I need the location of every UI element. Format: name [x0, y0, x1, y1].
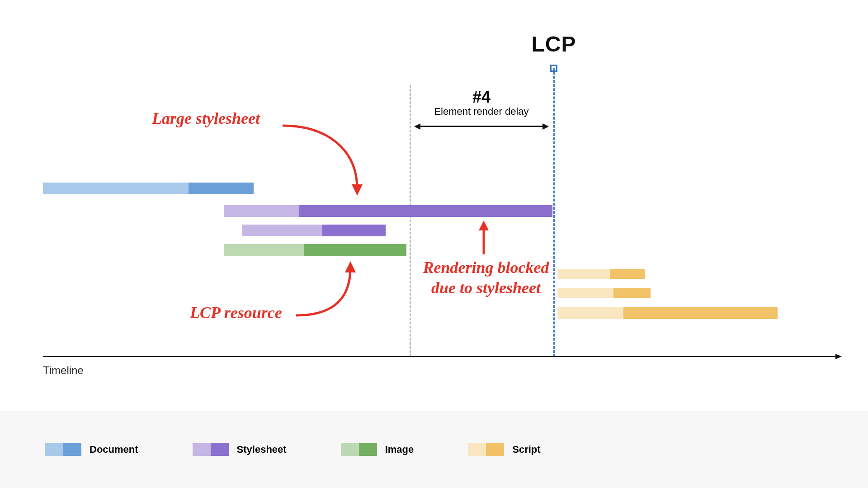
phase-double-arrow: [415, 126, 548, 127]
legend: Document Stylesheet Image Script: [0, 411, 868, 488]
svg-marker-0: [352, 184, 363, 196]
legend-script-label: Script: [512, 444, 540, 455]
legend-stylesheet: Stylesheet: [193, 443, 287, 456]
legend-stylesheet-label: Stylesheet: [237, 444, 287, 455]
svg-marker-2: [479, 221, 489, 230]
legend-script: Script: [468, 443, 540, 456]
timeline-axis-label: Timeline: [43, 364, 84, 377]
swatch-image: [341, 443, 377, 456]
arrow-lcp-resource: [294, 261, 375, 324]
legend-image: Image: [341, 443, 414, 456]
lcp-label: LCP: [532, 32, 576, 56]
bar-script-1: [557, 269, 645, 279]
phase-subtitle: Element render delay: [434, 106, 528, 117]
lcp-marker-line: [553, 68, 555, 357]
diagram-canvas: LCP #4 Element render delay Timeline Lar…: [0, 0, 868, 488]
legend-document-label: Document: [90, 444, 138, 455]
legend-image-label: Image: [385, 444, 414, 455]
arrow-large-stylesheet: [280, 121, 380, 202]
bar-script-2: [557, 288, 651, 298]
bar-stylesheet-small: [242, 225, 386, 236]
bar-script-3: [557, 307, 778, 319]
phase-number: #4: [472, 88, 491, 107]
bar-stylesheet-large: [224, 205, 552, 217]
swatch-stylesheet: [193, 443, 229, 456]
svg-marker-1: [345, 261, 356, 272]
bar-document: [43, 183, 254, 194]
legend-document: Document: [45, 443, 138, 456]
swatch-script: [468, 443, 504, 456]
annotation-large-stylesheet: Large stylesheet: [152, 108, 260, 129]
annotation-lcp-resource: LCP resource: [190, 303, 282, 323]
bar-image-lcp: [224, 244, 406, 256]
timeline-axis: [43, 356, 841, 357]
arrow-blocked: [475, 221, 493, 257]
swatch-document: [45, 443, 81, 456]
annotation-blocked: Rendering blocked due to stylesheet: [423, 258, 549, 298]
phase-start-line: [410, 85, 411, 357]
